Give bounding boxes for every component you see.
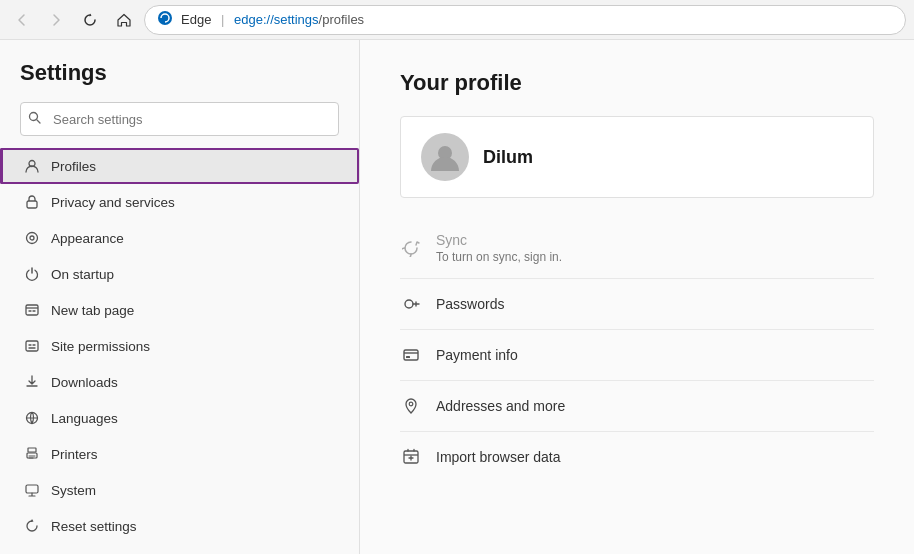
permissions-icon	[23, 337, 41, 355]
edge-favicon-icon	[157, 10, 173, 29]
titlebar: Edge | edge://settings/profiles	[0, 0, 914, 40]
sidebar-item-sitepermissions-label: Site permissions	[51, 339, 339, 354]
url-page-text: /profiles	[319, 12, 365, 27]
languages-icon	[23, 409, 41, 427]
profile-name: Dilum	[483, 147, 533, 168]
sidebar-item-privacy-label: Privacy and services	[51, 195, 339, 210]
sidebar-item-languages-label: Languages	[51, 411, 339, 426]
menu-item-sync[interactable]: Sync To turn on sync, sign in.	[400, 218, 874, 279]
sidebar-item-profiles-label: Profiles	[51, 159, 339, 174]
profile-card[interactable]: Dilum	[400, 116, 874, 198]
avatar	[421, 133, 469, 181]
passwords-text: Passwords	[436, 296, 874, 312]
sidebar-item-reset-label: Reset settings	[51, 519, 339, 534]
sidebar-item-appearance[interactable]: Appearance	[0, 220, 359, 256]
content-title: Your profile	[400, 70, 874, 96]
sync-text: Sync To turn on sync, sign in.	[436, 232, 874, 264]
svg-rect-9	[28, 448, 36, 452]
search-icon	[28, 111, 41, 127]
import-title: Import browser data	[436, 449, 874, 465]
sidebar-item-appearance-label: Appearance	[51, 231, 339, 246]
url-full: edge://settings/profiles	[234, 12, 364, 27]
url-path-text: settings	[274, 12, 319, 27]
address-bar[interactable]: Edge | edge://settings/profiles	[144, 5, 906, 35]
sidebar: Settings Profiles	[0, 40, 360, 554]
browser-name: Edge	[181, 12, 211, 27]
power-icon	[23, 265, 41, 283]
svg-rect-15	[404, 350, 418, 360]
svg-rect-16	[406, 356, 410, 358]
sidebar-title: Settings	[0, 60, 359, 102]
sidebar-item-printers-label: Printers	[51, 447, 339, 462]
payment-text: Payment info	[436, 347, 874, 363]
reset-icon	[23, 517, 41, 535]
sidebar-item-system-label: System	[51, 483, 339, 498]
forward-button[interactable]	[42, 6, 70, 34]
payment-icon	[400, 344, 422, 366]
passwords-icon	[400, 293, 422, 315]
sidebar-item-newtab[interactable]: New tab page	[0, 292, 359, 328]
sidebar-item-system[interactable]: System	[0, 472, 359, 508]
sidebar-item-profiles[interactable]: Profiles	[0, 148, 359, 184]
content-area: Your profile Dilum	[360, 40, 914, 554]
sidebar-item-downloads-label: Downloads	[51, 375, 339, 390]
lock-icon	[23, 193, 41, 211]
url-separator: |	[221, 12, 224, 27]
printer-icon	[23, 445, 41, 463]
sync-title: Sync	[436, 232, 874, 248]
svg-rect-7	[26, 341, 38, 351]
sidebar-item-reset[interactable]: Reset settings	[0, 508, 359, 544]
menu-item-import[interactable]: Import browser data	[400, 432, 874, 482]
system-icon	[23, 481, 41, 499]
newtab-icon	[23, 301, 41, 319]
svg-point-1	[30, 113, 38, 121]
sidebar-item-onstartup-label: On startup	[51, 267, 339, 282]
svg-point-5	[30, 236, 34, 240]
menu-item-addresses[interactable]: Addresses and more	[400, 381, 874, 432]
sidebar-item-about[interactable]: About Microsoft Edge	[0, 544, 359, 554]
home-button[interactable]	[110, 6, 138, 34]
person-icon	[23, 157, 41, 175]
svg-rect-11	[26, 485, 38, 493]
sidebar-item-sitepermissions[interactable]: Site permissions	[0, 328, 359, 364]
refresh-button[interactable]	[76, 6, 104, 34]
svg-point-14	[405, 300, 413, 308]
svg-point-17	[409, 402, 413, 406]
search-box	[20, 102, 339, 136]
import-icon	[400, 446, 422, 468]
svg-point-4	[27, 233, 38, 244]
svg-rect-3	[27, 201, 37, 208]
sidebar-item-onstartup[interactable]: On startup	[0, 256, 359, 292]
sidebar-item-languages[interactable]: Languages	[0, 400, 359, 436]
sidebar-item-privacy[interactable]: Privacy and services	[0, 184, 359, 220]
appearance-icon	[23, 229, 41, 247]
main-container: Settings Profiles	[0, 40, 914, 554]
menu-item-passwords[interactable]: Passwords	[400, 279, 874, 330]
sidebar-item-downloads[interactable]: Downloads	[0, 364, 359, 400]
sync-subtitle: To turn on sync, sign in.	[436, 250, 874, 264]
download-icon	[23, 373, 41, 391]
search-input[interactable]	[20, 102, 339, 136]
menu-list: Sync To turn on sync, sign in. Passwords	[400, 218, 874, 482]
passwords-title: Passwords	[436, 296, 874, 312]
sidebar-item-newtab-label: New tab page	[51, 303, 339, 318]
addresses-title: Addresses and more	[436, 398, 874, 414]
svg-point-0	[158, 11, 172, 25]
url-protocol: edge://	[234, 12, 274, 27]
svg-rect-6	[26, 305, 38, 315]
url-text: Edge | edge://settings/profiles	[181, 12, 364, 27]
payment-title: Payment info	[436, 347, 874, 363]
sidebar-item-printers[interactable]: Printers	[0, 436, 359, 472]
menu-item-payment[interactable]: Payment info	[400, 330, 874, 381]
addresses-text: Addresses and more	[436, 398, 874, 414]
back-button[interactable]	[8, 6, 36, 34]
import-text: Import browser data	[436, 449, 874, 465]
sync-icon	[400, 237, 422, 259]
addresses-icon	[400, 395, 422, 417]
